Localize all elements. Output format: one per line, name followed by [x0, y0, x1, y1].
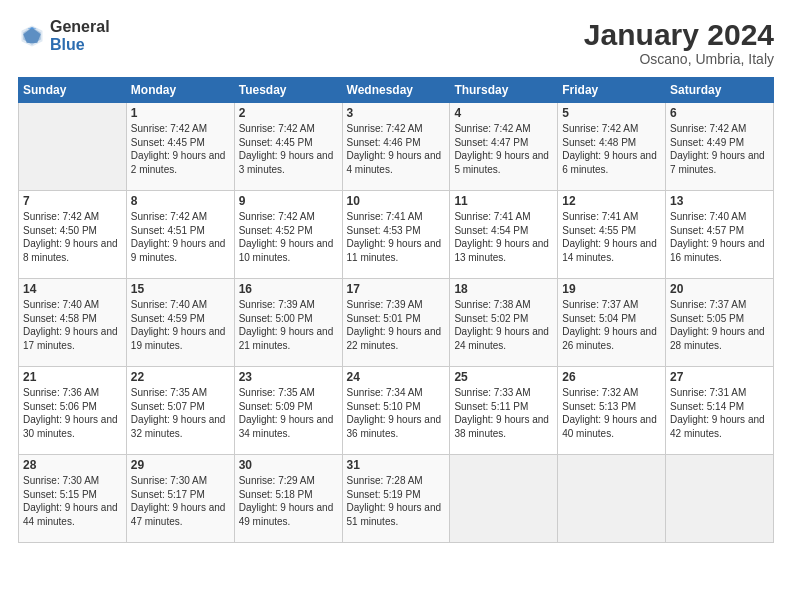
day-cell: 15 Sunrise: 7:40 AMSunset: 4:59 PMDaylig… [126, 279, 234, 367]
day-info: Sunrise: 7:42 AMSunset: 4:52 PMDaylight:… [239, 211, 334, 263]
day-cell: 5 Sunrise: 7:42 AMSunset: 4:48 PMDayligh… [558, 103, 666, 191]
title-block: January 2024 Oscano, Umbria, Italy [584, 18, 774, 67]
weekday-monday: Monday [126, 78, 234, 103]
day-number: 11 [454, 194, 553, 208]
day-number: 8 [131, 194, 230, 208]
day-info: Sunrise: 7:35 AMSunset: 5:07 PMDaylight:… [131, 387, 226, 439]
day-cell: 16 Sunrise: 7:39 AMSunset: 5:00 PMDaylig… [234, 279, 342, 367]
day-info: Sunrise: 7:38 AMSunset: 5:02 PMDaylight:… [454, 299, 549, 351]
day-cell: 23 Sunrise: 7:35 AMSunset: 5:09 PMDaylig… [234, 367, 342, 455]
day-info: Sunrise: 7:41 AMSunset: 4:53 PMDaylight:… [347, 211, 442, 263]
day-number: 14 [23, 282, 122, 296]
day-cell: 12 Sunrise: 7:41 AMSunset: 4:55 PMDaylig… [558, 191, 666, 279]
day-info: Sunrise: 7:31 AMSunset: 5:14 PMDaylight:… [670, 387, 765, 439]
day-cell: 8 Sunrise: 7:42 AMSunset: 4:51 PMDayligh… [126, 191, 234, 279]
day-cell [450, 455, 558, 543]
day-cell: 30 Sunrise: 7:29 AMSunset: 5:18 PMDaylig… [234, 455, 342, 543]
day-number: 18 [454, 282, 553, 296]
day-number: 15 [131, 282, 230, 296]
weekday-saturday: Saturday [666, 78, 774, 103]
weekday-friday: Friday [558, 78, 666, 103]
week-row-2: 7 Sunrise: 7:42 AMSunset: 4:50 PMDayligh… [19, 191, 774, 279]
day-number: 9 [239, 194, 338, 208]
day-info: Sunrise: 7:42 AMSunset: 4:45 PMDaylight:… [239, 123, 334, 175]
logo-icon [18, 22, 46, 50]
day-number: 16 [239, 282, 338, 296]
day-cell: 3 Sunrise: 7:42 AMSunset: 4:46 PMDayligh… [342, 103, 450, 191]
day-info: Sunrise: 7:37 AMSunset: 5:04 PMDaylight:… [562, 299, 657, 351]
day-info: Sunrise: 7:42 AMSunset: 4:47 PMDaylight:… [454, 123, 549, 175]
day-cell: 28 Sunrise: 7:30 AMSunset: 5:15 PMDaylig… [19, 455, 127, 543]
day-cell: 11 Sunrise: 7:41 AMSunset: 4:54 PMDaylig… [450, 191, 558, 279]
subtitle: Oscano, Umbria, Italy [584, 51, 774, 67]
page: General Blue January 2024 Oscano, Umbria… [0, 0, 792, 612]
day-number: 29 [131, 458, 230, 472]
day-number: 21 [23, 370, 122, 384]
logo-general: General [50, 18, 110, 36]
day-number: 27 [670, 370, 769, 384]
day-info: Sunrise: 7:36 AMSunset: 5:06 PMDaylight:… [23, 387, 118, 439]
day-info: Sunrise: 7:41 AMSunset: 4:54 PMDaylight:… [454, 211, 549, 263]
day-number: 26 [562, 370, 661, 384]
day-info: Sunrise: 7:42 AMSunset: 4:49 PMDaylight:… [670, 123, 765, 175]
day-info: Sunrise: 7:29 AMSunset: 5:18 PMDaylight:… [239, 475, 334, 527]
week-row-3: 14 Sunrise: 7:40 AMSunset: 4:58 PMDaylig… [19, 279, 774, 367]
day-info: Sunrise: 7:35 AMSunset: 5:09 PMDaylight:… [239, 387, 334, 439]
day-number: 3 [347, 106, 446, 120]
logo-text: General Blue [50, 18, 110, 53]
day-info: Sunrise: 7:39 AMSunset: 5:01 PMDaylight:… [347, 299, 442, 351]
day-info: Sunrise: 7:42 AMSunset: 4:45 PMDaylight:… [131, 123, 226, 175]
day-number: 28 [23, 458, 122, 472]
day-cell [666, 455, 774, 543]
weekday-thursday: Thursday [450, 78, 558, 103]
day-cell: 19 Sunrise: 7:37 AMSunset: 5:04 PMDaylig… [558, 279, 666, 367]
day-number: 10 [347, 194, 446, 208]
day-cell: 2 Sunrise: 7:42 AMSunset: 4:45 PMDayligh… [234, 103, 342, 191]
day-info: Sunrise: 7:42 AMSunset: 4:51 PMDaylight:… [131, 211, 226, 263]
day-cell: 22 Sunrise: 7:35 AMSunset: 5:07 PMDaylig… [126, 367, 234, 455]
day-cell: 17 Sunrise: 7:39 AMSunset: 5:01 PMDaylig… [342, 279, 450, 367]
day-info: Sunrise: 7:28 AMSunset: 5:19 PMDaylight:… [347, 475, 442, 527]
day-info: Sunrise: 7:34 AMSunset: 5:10 PMDaylight:… [347, 387, 442, 439]
day-cell: 24 Sunrise: 7:34 AMSunset: 5:10 PMDaylig… [342, 367, 450, 455]
day-number: 24 [347, 370, 446, 384]
day-info: Sunrise: 7:40 AMSunset: 4:59 PMDaylight:… [131, 299, 226, 351]
day-number: 19 [562, 282, 661, 296]
day-info: Sunrise: 7:33 AMSunset: 5:11 PMDaylight:… [454, 387, 549, 439]
day-cell: 1 Sunrise: 7:42 AMSunset: 4:45 PMDayligh… [126, 103, 234, 191]
weekday-tuesday: Tuesday [234, 78, 342, 103]
week-row-1: 1 Sunrise: 7:42 AMSunset: 4:45 PMDayligh… [19, 103, 774, 191]
day-number: 12 [562, 194, 661, 208]
week-row-5: 28 Sunrise: 7:30 AMSunset: 5:15 PMDaylig… [19, 455, 774, 543]
day-info: Sunrise: 7:37 AMSunset: 5:05 PMDaylight:… [670, 299, 765, 351]
day-info: Sunrise: 7:40 AMSunset: 4:58 PMDaylight:… [23, 299, 118, 351]
day-info: Sunrise: 7:40 AMSunset: 4:57 PMDaylight:… [670, 211, 765, 263]
week-row-4: 21 Sunrise: 7:36 AMSunset: 5:06 PMDaylig… [19, 367, 774, 455]
day-number: 22 [131, 370, 230, 384]
main-title: January 2024 [584, 18, 774, 51]
day-info: Sunrise: 7:39 AMSunset: 5:00 PMDaylight:… [239, 299, 334, 351]
day-info: Sunrise: 7:30 AMSunset: 5:15 PMDaylight:… [23, 475, 118, 527]
day-number: 13 [670, 194, 769, 208]
calendar-table: SundayMondayTuesdayWednesdayThursdayFrid… [18, 77, 774, 543]
day-cell: 9 Sunrise: 7:42 AMSunset: 4:52 PMDayligh… [234, 191, 342, 279]
day-number: 4 [454, 106, 553, 120]
day-number: 23 [239, 370, 338, 384]
day-cell: 29 Sunrise: 7:30 AMSunset: 5:17 PMDaylig… [126, 455, 234, 543]
day-number: 30 [239, 458, 338, 472]
day-info: Sunrise: 7:42 AMSunset: 4:50 PMDaylight:… [23, 211, 118, 263]
day-number: 31 [347, 458, 446, 472]
weekday-header-row: SundayMondayTuesdayWednesdayThursdayFrid… [19, 78, 774, 103]
day-info: Sunrise: 7:32 AMSunset: 5:13 PMDaylight:… [562, 387, 657, 439]
day-cell: 31 Sunrise: 7:28 AMSunset: 5:19 PMDaylig… [342, 455, 450, 543]
day-cell: 6 Sunrise: 7:42 AMSunset: 4:49 PMDayligh… [666, 103, 774, 191]
weekday-sunday: Sunday [19, 78, 127, 103]
day-number: 1 [131, 106, 230, 120]
day-number: 17 [347, 282, 446, 296]
day-cell: 25 Sunrise: 7:33 AMSunset: 5:11 PMDaylig… [450, 367, 558, 455]
day-number: 5 [562, 106, 661, 120]
day-info: Sunrise: 7:30 AMSunset: 5:17 PMDaylight:… [131, 475, 226, 527]
day-cell [19, 103, 127, 191]
day-cell: 26 Sunrise: 7:32 AMSunset: 5:13 PMDaylig… [558, 367, 666, 455]
weekday-wednesday: Wednesday [342, 78, 450, 103]
